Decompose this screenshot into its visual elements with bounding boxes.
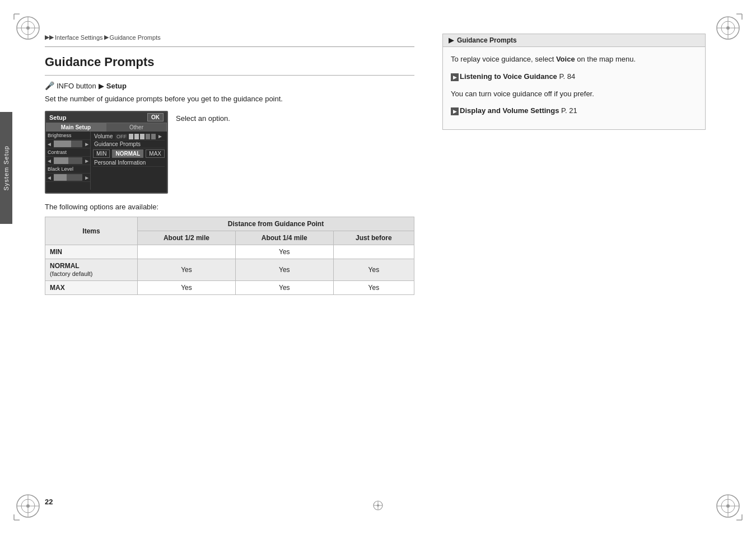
setup-contrast-fill bbox=[54, 157, 68, 164]
setup-tab-other[interactable]: Other bbox=[106, 123, 167, 132]
setup-right-panel: Volume OFF ► Guidance Prom bbox=[91, 132, 167, 190]
side-tab: System Setup bbox=[0, 112, 12, 224]
setup-volume-row: Volume OFF ► bbox=[93, 133, 165, 140]
setup-body: Brightness ◄ ► Contrast ◄ bbox=[46, 132, 167, 190]
vol-block-5 bbox=[151, 134, 156, 139]
breadcrumb-item2: Guidance Prompts bbox=[110, 34, 161, 41]
setup-personal-label: Personal Information bbox=[94, 160, 164, 166]
table-cell-normal-half: Yes bbox=[137, 259, 235, 281]
right-panel-para2: You can turn voice guidance off if you p… bbox=[451, 88, 697, 100]
right-panel-para1-rest: on the map menu. bbox=[575, 55, 636, 63]
description-text: Set the number of guidance prompts befor… bbox=[45, 95, 414, 103]
table-cell-min-just bbox=[333, 245, 414, 259]
setup-tab-main[interactable]: Main Setup bbox=[46, 123, 106, 132]
setup-volume-bar: OFF ► bbox=[115, 133, 164, 139]
info-icon: 🎤 bbox=[45, 81, 54, 90]
side-tab-label: System Setup bbox=[3, 146, 10, 190]
setup-bar-row-brightness: ◄ ► bbox=[46, 140, 90, 148]
setup-container: Setup OK Main Setup Other Brightness ◄ bbox=[45, 111, 414, 194]
table-cell-max-label: MAX bbox=[45, 281, 138, 295]
setup-contrast-right-arrow[interactable]: ► bbox=[83, 158, 90, 164]
setup-contrast-bar bbox=[54, 157, 82, 164]
setup-brightness-right-arrow[interactable]: ► bbox=[83, 141, 90, 147]
table-row-normal: NORMAL (factory default) Yes Yes Yes bbox=[45, 259, 414, 281]
ref2-page: P. 21 bbox=[561, 106, 577, 115]
main-content: ▶▶ Interface Settings ▶ Guidance Prompts… bbox=[45, 34, 414, 306]
table-col-half: About 1/2 mile bbox=[137, 231, 235, 245]
right-panel-para1-text: To replay voice guidance, select bbox=[451, 55, 556, 63]
guidance-table: Items Distance from Guidance Point About… bbox=[45, 217, 414, 295]
content-divider bbox=[45, 75, 414, 76]
breadcrumb-item1: Interface Settings bbox=[55, 34, 103, 41]
page-title: Guidance Prompts bbox=[45, 55, 414, 69]
table-col-quarter: About 1/4 mile bbox=[235, 231, 333, 245]
setup-ok-button[interactable]: OK bbox=[147, 113, 164, 121]
setup-blacklevel-right-arrow[interactable]: ► bbox=[83, 175, 90, 181]
ref2-bold: Display and Volume Settings bbox=[460, 106, 559, 115]
corner-decoration-tl bbox=[11, 11, 45, 45]
svg-point-31 bbox=[377, 504, 379, 507]
page-number: 22 bbox=[45, 498, 53, 506]
setup-gp-min[interactable]: MIN bbox=[93, 149, 110, 158]
table-cell-min-half bbox=[137, 245, 235, 259]
setup-contrast-left-arrow[interactable]: ◄ bbox=[46, 158, 53, 164]
table-cell-max-just: Yes bbox=[333, 281, 414, 295]
right-panel-header-text: Guidance Prompts bbox=[457, 36, 517, 44]
center-bottom-mark bbox=[372, 500, 384, 513]
setup-off-label: OFF bbox=[115, 134, 128, 139]
setup-title: Setup bbox=[49, 114, 67, 121]
setup-bar-row-contrast: ◄ ► bbox=[46, 157, 90, 165]
setup-contrast-label: Contrast bbox=[46, 149, 84, 156]
breadcrumb-arrow2: ▶ bbox=[104, 34, 109, 41]
vol-block-2 bbox=[134, 134, 139, 139]
setup-guidance-label-row: Guidance Prompts bbox=[93, 140, 165, 148]
setup-left-panel: Brightness ◄ ► Contrast ◄ bbox=[46, 132, 91, 190]
setup-guidance-prompts-label: Guidance Prompts bbox=[94, 141, 164, 147]
setup-tabs: Main Setup Other bbox=[46, 123, 167, 132]
normal-sublabel-text: (factory default) bbox=[50, 270, 92, 277]
right-panel-header-icon: ▶ bbox=[449, 36, 454, 44]
table-header-distance: Distance from Guidance Point bbox=[137, 217, 414, 231]
setup-brightness-left-arrow[interactable]: ◄ bbox=[46, 141, 53, 147]
setup-brightness-label: Brightness bbox=[46, 132, 84, 139]
table-cell-normal-label: NORMAL (factory default) bbox=[45, 259, 138, 281]
corner-decoration-bl bbox=[11, 489, 45, 523]
vol-block-1 bbox=[129, 134, 133, 139]
table-cell-min-label: MIN bbox=[45, 245, 138, 259]
table-cell-normal-just: Yes bbox=[333, 259, 414, 281]
title-divider bbox=[45, 46, 414, 47]
right-panel: ▶ Guidance Prompts To replay voice guida… bbox=[442, 34, 706, 130]
setup-row-contrast: Contrast bbox=[46, 148, 90, 157]
svg-point-11 bbox=[726, 26, 730, 30]
right-panel-voice-bold: Voice bbox=[556, 55, 575, 63]
info-line: 🎤 INFO button ▶ Setup bbox=[45, 81, 414, 90]
setup-bar-row-blacklevel: ◄ ► bbox=[46, 174, 90, 182]
setup-volume-label: Volume bbox=[94, 133, 115, 139]
ref1-page: P. 84 bbox=[559, 72, 575, 81]
vol-right-arrow[interactable]: ► bbox=[157, 133, 164, 139]
setup-gp-normal[interactable]: NORMAL bbox=[112, 149, 143, 158]
ref1-bold: Listening to Voice Guidance bbox=[460, 72, 557, 81]
info-prefix: INFO button bbox=[57, 82, 96, 90]
breadcrumb-arrows: ▶▶ bbox=[45, 34, 54, 41]
right-panel-ref1: ▶Listening to Voice Guidance P. 84 bbox=[451, 71, 697, 83]
right-panel-body: To replay voice guidance, select Voice o… bbox=[443, 47, 705, 129]
corner-decoration-br bbox=[711, 489, 745, 523]
table-cell-max-quarter: Yes bbox=[235, 281, 333, 295]
setup-gp-max[interactable]: MAX bbox=[146, 149, 165, 158]
breadcrumb: ▶▶ Interface Settings ▶ Guidance Prompts bbox=[45, 34, 414, 41]
setup-blacklevel-left-arrow[interactable]: ◄ bbox=[46, 175, 53, 181]
ref2-icon: ▶ bbox=[451, 107, 459, 115]
normal-label-text: NORMAL bbox=[50, 262, 80, 270]
info-arrow: ▶ bbox=[99, 82, 104, 90]
svg-point-25 bbox=[726, 504, 730, 508]
table-row-min: MIN Yes bbox=[45, 245, 414, 259]
following-options-text: The following options are available: bbox=[45, 203, 414, 211]
table-row-max: MAX Yes Yes Yes bbox=[45, 281, 414, 295]
vol-block-3 bbox=[140, 134, 144, 139]
setup-row-brightness: Brightness bbox=[46, 132, 90, 140]
setup-blacklevel-label: Black Level bbox=[46, 166, 84, 172]
table-col-just: Just before bbox=[333, 231, 414, 245]
right-panel-header: ▶ Guidance Prompts bbox=[443, 34, 705, 47]
setup-blacklevel-fill bbox=[54, 174, 67, 181]
